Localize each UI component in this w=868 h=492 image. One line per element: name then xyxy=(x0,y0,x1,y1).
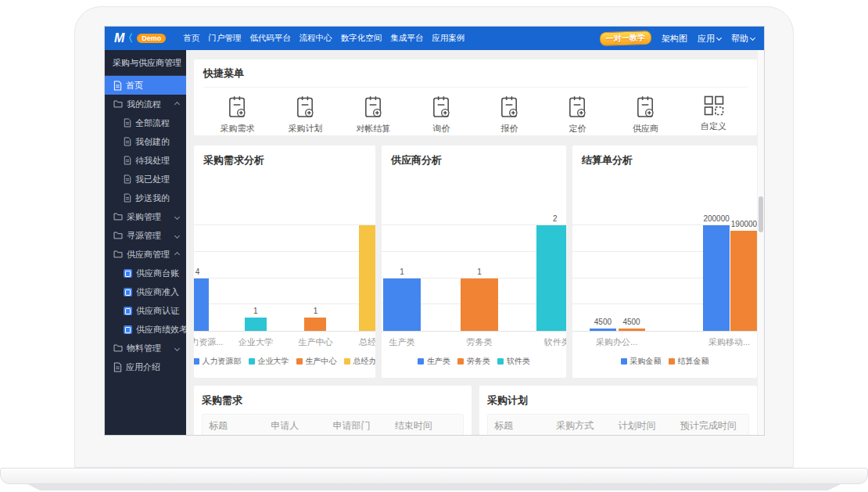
one-on-one-teaching-badge[interactable]: 一对一教学 xyxy=(600,31,652,46)
sidebar-item-supplier-certification[interactable]: 供应商认证 xyxy=(105,301,186,320)
legend-label: 软件类 xyxy=(507,356,530,367)
chevron-down-icon xyxy=(175,347,179,350)
column-header: 采购方式 xyxy=(556,419,618,433)
nav-menu: 首页 门户管理 低代码平台 流程中心 数字化空间 集成平台 应用案例 xyxy=(183,33,464,44)
help-label: 帮助 xyxy=(731,34,748,43)
sidebar-item-home[interactable]: 首页 xyxy=(105,76,186,95)
chart-title: 结算单分析 xyxy=(582,153,748,167)
doc-icon xyxy=(113,81,122,91)
nav-item-digital-space[interactable]: 数字化空间 xyxy=(341,33,382,44)
sidebar-item-cc-to-me[interactable]: 抄送我的 xyxy=(105,189,186,207)
nav-item-integration[interactable]: 集成平台 xyxy=(390,33,423,44)
doc-icon xyxy=(124,174,131,184)
gridline xyxy=(194,278,375,278)
clipboard-plus-icon xyxy=(227,95,248,119)
sidebar-item-created-by-me[interactable]: 我创建的 xyxy=(105,132,186,151)
chart-settlement-analysis: 结算单分析 45004500200000190000 采购办公...采购移动..… xyxy=(572,145,757,378)
legend-item-总经办[interactable]: 总经办 xyxy=(344,356,376,367)
nav-item-portal[interactable]: 门户管理 xyxy=(208,33,241,44)
nav-item-flow-center[interactable]: 流程中心 xyxy=(299,33,332,44)
nav-item-lowcode[interactable]: 低代码平台 xyxy=(249,33,291,44)
sidebar-item-supplier-access[interactable]: 供应商准入 xyxy=(105,282,186,301)
bar-结算金额-采购移动 xyxy=(730,231,757,331)
legend-item-生产中心[interactable]: 生产中心 xyxy=(296,356,337,367)
legend-item-结算金额[interactable]: 结算金额 xyxy=(669,356,709,367)
sidebar-item-label: 应用介绍 xyxy=(126,361,160,373)
nav-dropdown-help[interactable]: 帮助 xyxy=(731,33,755,45)
sidebar-item-procurement-mgmt[interactable]: 采购管理 xyxy=(105,207,186,226)
bar-value-label: 1 xyxy=(477,268,482,276)
laptop-base xyxy=(0,468,868,484)
table-title: 采购计划 xyxy=(487,393,749,408)
folder-icon xyxy=(113,100,123,108)
sidebar-item-label: 供应商认证 xyxy=(136,305,179,317)
clipboard-plus-icon xyxy=(567,95,588,119)
sidebar-app-title: 采购与供应商管理 xyxy=(105,50,186,76)
legend-item-劳务类[interactable]: 劳务类 xyxy=(457,356,490,367)
sidebar-item-all-flows[interactable]: 全部流程 xyxy=(105,113,186,132)
legend-label: 企业大学 xyxy=(258,356,289,367)
table-title: 采购需求 xyxy=(202,393,464,408)
clipboard-plus-icon xyxy=(499,95,520,119)
scrollbar-track[interactable] xyxy=(758,50,764,435)
legend-item-采购金额[interactable]: 采购金额 xyxy=(621,356,662,367)
sidebar-item-handled-by-me[interactable]: 我已处理 xyxy=(105,170,186,189)
legend-item-人力资源部[interactable]: 人力资源部 xyxy=(194,356,242,367)
table-purchase-demand: 采购需求 标题 申请人 申请部门 结束时间 xyxy=(194,386,472,435)
x-axis-tick-label: 软件类 xyxy=(544,336,566,348)
quick-item-supplier[interactable]: 供应商 xyxy=(612,95,680,135)
doc-icon xyxy=(124,193,131,203)
legend-item-软件类[interactable]: 软件类 xyxy=(497,356,530,367)
quick-item-custom[interactable]: 自定义 xyxy=(680,95,748,135)
gridline xyxy=(194,224,375,225)
sidebar-item-supplier-performance[interactable]: 供应商绩效考核 xyxy=(105,320,186,339)
nav-item-architecture[interactable]: 架构图 xyxy=(662,33,687,45)
sidebar-item-label: 供应商管理 xyxy=(127,249,170,260)
sidebar-item-label: 供应商台账 xyxy=(136,268,179,279)
column-header: 预计完成时间 xyxy=(680,419,742,433)
doc-icon xyxy=(124,118,131,127)
quick-item-quotation[interactable]: 报价 xyxy=(475,95,543,135)
bar-value-label: 4 xyxy=(195,268,200,276)
bar-生产类 xyxy=(383,278,421,332)
sidebar-item-label: 采购管理 xyxy=(127,211,161,223)
bar-采购金额-采购移动 xyxy=(703,225,730,331)
x-axis-tick-label: 力资源... xyxy=(194,336,223,348)
x-axis-tick-label: 企业大学 xyxy=(239,336,273,348)
nav-item-cases[interactable]: 应用案例 xyxy=(432,33,464,44)
bar-软件类 xyxy=(536,225,566,331)
nav-right: 一对一教学 架构图 应用 帮助 xyxy=(600,31,755,45)
table-header-row: 标题 申请人 申请部门 结束时间 xyxy=(202,414,464,435)
quick-item-inquiry[interactable]: 询价 xyxy=(407,95,475,135)
quick-item-label: 定价 xyxy=(569,123,586,135)
demo-badge: Demo xyxy=(137,34,166,43)
scrollbar-thumb[interactable] xyxy=(759,196,763,232)
sidebar-item-pending-for-me[interactable]: 待我处理 xyxy=(105,151,186,170)
top-nav-bar: M 〈 Demo 首页 门户管理 低代码平台 流程中心 数字化空间 集成平台 应… xyxy=(105,27,764,50)
quick-item-pricing[interactable]: 定价 xyxy=(543,95,612,135)
grid-custom-icon xyxy=(703,95,725,117)
bar-结算金额-采购办公 xyxy=(619,329,645,331)
legend-item-企业大学[interactable]: 企业大学 xyxy=(249,356,289,367)
bar-总经办 xyxy=(359,225,375,331)
bar-生产中心 xyxy=(304,318,326,331)
mk-logo[interactable]: M 〈 Demo xyxy=(114,31,166,45)
column-header: 申请人 xyxy=(271,419,332,433)
nav-dropdown-apps[interactable]: 应用 xyxy=(698,33,721,45)
quick-menu-panel: 快捷菜单 采购需求 采购计划 对帐结算 xyxy=(194,59,757,135)
quick-item-reconciliation[interactable]: 对帐结算 xyxy=(339,95,407,135)
quick-item-purchase-plan[interactable]: 采购计划 xyxy=(271,95,339,135)
sidebar-item-supplier-ledger[interactable]: 供应商台账 xyxy=(105,264,186,282)
sidebar-item-my-flows[interactable]: 我的流程 xyxy=(105,95,186,113)
sidebar-item-label: 待我处理 xyxy=(135,155,170,167)
sidebar-item-sourcing-mgmt[interactable]: 寻源管理 xyxy=(105,226,186,245)
quick-item-purchase-demand[interactable]: 采购需求 xyxy=(203,95,271,135)
sidebar-item-label: 首页 xyxy=(126,80,143,92)
legend-item-生产类[interactable]: 生产类 xyxy=(418,356,450,367)
doc-icon xyxy=(124,156,131,165)
sidebar-item-app-intro[interactable]: 应用介绍 xyxy=(105,357,186,376)
nav-item-home[interactable]: 首页 xyxy=(183,33,199,44)
legend-label: 人力资源部 xyxy=(203,356,242,367)
sidebar-item-supplier-mgmt[interactable]: 供应商管理 xyxy=(105,245,186,264)
sidebar-item-material-mgmt[interactable]: 物料管理 xyxy=(105,339,186,357)
